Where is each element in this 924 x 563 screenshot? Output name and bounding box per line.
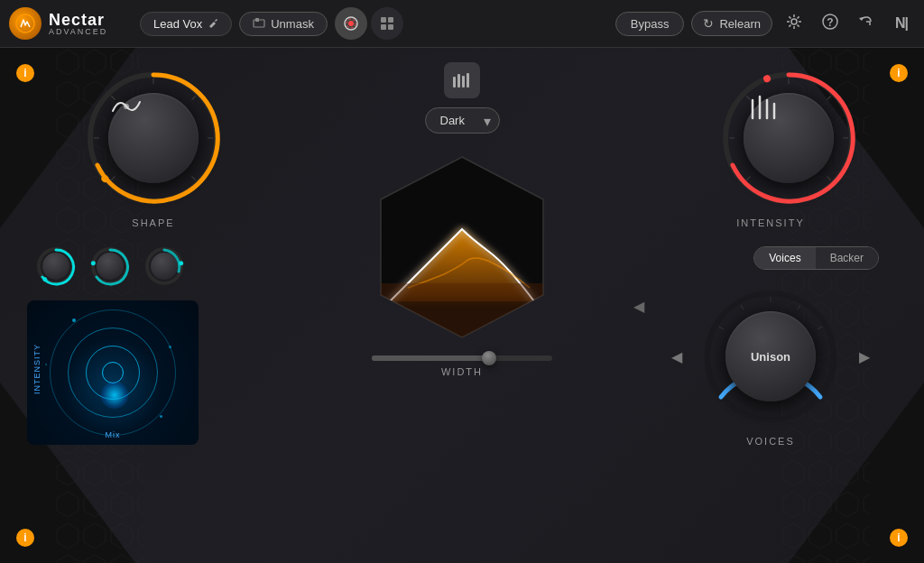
width-slider-thumb[interactable] — [482, 351, 496, 365]
unmask-icon — [253, 17, 265, 30]
voices-section: ◀ — [644, 284, 897, 447]
carousel-left-arrow[interactable]: ◀ — [633, 297, 644, 314]
scatter-dot — [45, 364, 47, 365]
svg-point-4 — [348, 21, 354, 26]
preset-dropdown-wrap[interactable]: Dark Bright Warm Airy Deep ▾ — [425, 107, 500, 134]
bars-icon — [452, 73, 472, 88]
logo-icon — [9, 7, 42, 40]
hex-viz-svg — [363, 148, 561, 346]
bypass-button[interactable]: Bypass — [615, 12, 685, 36]
svg-rect-34 — [457, 74, 460, 88]
svg-rect-33 — [453, 77, 456, 88]
help-button[interactable]: ? — [816, 9, 845, 39]
shape-knob-icon — [108, 93, 144, 120]
svg-line-47 — [827, 176, 830, 180]
voices-knob-inner[interactable]: Unison — [725, 311, 816, 401]
question-icon: ? — [821, 13, 839, 31]
svg-line-41 — [746, 176, 750, 180]
width-slider-fill — [372, 355, 489, 361]
right-panel: INTENSITY Voices Backer ◀ — [644, 66, 897, 447]
svg-rect-35 — [462, 76, 465, 88]
left-panel: SHAPE — [27, 66, 280, 445]
visualizer-x-label: Mix — [106, 430, 121, 439]
voices-knob[interactable]: Unison — [698, 284, 843, 429]
small-knob-2[interactable] — [90, 246, 130, 286]
svg-line-57 — [798, 305, 800, 309]
voices-prev-button[interactable]: ◀ — [666, 346, 688, 367]
small-knob-2-inner[interactable] — [97, 253, 124, 280]
corner-info-br[interactable]: i — [890, 529, 908, 547]
relearn-button[interactable]: ↻ Relearn — [691, 11, 772, 36]
voices-next-button[interactable]: ▶ — [854, 346, 875, 367]
svg-rect-6 — [381, 17, 386, 23]
svg-line-22 — [191, 96, 195, 99]
shape-knob[interactable] — [81, 66, 226, 210]
visualizer-box[interactable]: Intensity Mix — [27, 300, 199, 445]
backer-toggle-button[interactable]: Backer — [816, 247, 878, 269]
relearn-icon: ↻ — [703, 16, 714, 31]
intensity-knob-inner[interactable] — [744, 93, 834, 183]
shape-knob-inner[interactable] — [108, 93, 199, 183]
logo-text-group: Nectar ADVANCED — [49, 12, 107, 36]
small-knob-1-inner[interactable] — [42, 253, 69, 280]
orb — [101, 382, 128, 409]
main-area: i i i i — [0, 48, 924, 563]
voices-current-value: Unison — [751, 350, 790, 364]
hex-visualizer — [363, 148, 561, 346]
svg-line-58 — [818, 327, 822, 329]
mix-tab-button[interactable] — [335, 7, 367, 40]
small-knob-1[interactable] — [36, 246, 76, 286]
header-nav-icons — [335, 7, 403, 40]
width-slider[interactable] — [372, 355, 552, 361]
svg-line-45 — [827, 96, 830, 99]
grid-icon — [379, 15, 395, 32]
scatter-dot — [160, 415, 162, 418]
ni-logo: N| — [888, 12, 915, 35]
preset-name: Lead Vox — [153, 17, 202, 31]
preset-button[interactable]: Lead Vox — [140, 12, 232, 36]
unmask-label: Unmask — [271, 17, 314, 31]
small-knobs-row — [36, 246, 280, 286]
small-knob-3-inner[interactable] — [151, 253, 178, 280]
intensity-knob-icon — [744, 93, 780, 120]
voices-toggle-row: Voices Backer — [753, 246, 879, 270]
intensity-label: INTENSITY — [736, 217, 804, 228]
svg-rect-9 — [388, 24, 393, 30]
relearn-label: Relearn — [719, 17, 761, 31]
grid-tab-button[interactable] — [371, 7, 403, 40]
app-subtitle: ADVANCED — [49, 28, 107, 36]
history-button[interactable] — [852, 9, 881, 39]
visualizer-y-label: Intensity — [32, 344, 42, 394]
svg-rect-8 — [381, 24, 386, 30]
bypass-label: Bypass — [631, 17, 670, 31]
app-title: Nectar — [49, 12, 107, 28]
voices-label: VOICES — [746, 436, 795, 447]
back-icon — [857, 13, 875, 31]
small-knob-3[interactable] — [144, 246, 184, 286]
width-label: WIDTH — [441, 366, 483, 377]
svg-rect-7 — [388, 17, 393, 23]
gear-icon — [785, 13, 803, 31]
shape-label: SHAPE — [132, 217, 174, 228]
svg-line-24 — [191, 176, 195, 180]
shape-section: SHAPE — [27, 66, 280, 228]
unmask-button[interactable]: Unmask — [239, 12, 328, 36]
circle-mix-icon — [343, 15, 359, 32]
settings-button[interactable] — [780, 9, 808, 39]
svg-line-54 — [719, 327, 724, 329]
center-panel: Dark Bright Warm Airy Deep ▾ — [307, 48, 617, 563]
svg-line-18 — [111, 176, 115, 180]
svg-line-55 — [741, 305, 744, 309]
intensity-knob[interactable] — [716, 66, 861, 210]
svg-rect-39 — [381, 283, 543, 342]
svg-rect-2 — [255, 18, 259, 22]
nectar-logo-svg — [15, 14, 35, 33]
pencil-icon — [208, 18, 218, 29]
voices-toggle-button[interactable]: Voices — [754, 247, 815, 269]
corner-info-bl[interactable]: i — [16, 529, 34, 547]
preset-select[interactable]: Dark Bright Warm Airy Deep — [425, 107, 500, 134]
svg-rect-36 — [467, 73, 469, 88]
intensity-section: INTENSITY — [644, 66, 897, 228]
logo-area: Nectar ADVANCED — [9, 7, 133, 40]
center-top-icon[interactable] — [444, 62, 480, 98]
